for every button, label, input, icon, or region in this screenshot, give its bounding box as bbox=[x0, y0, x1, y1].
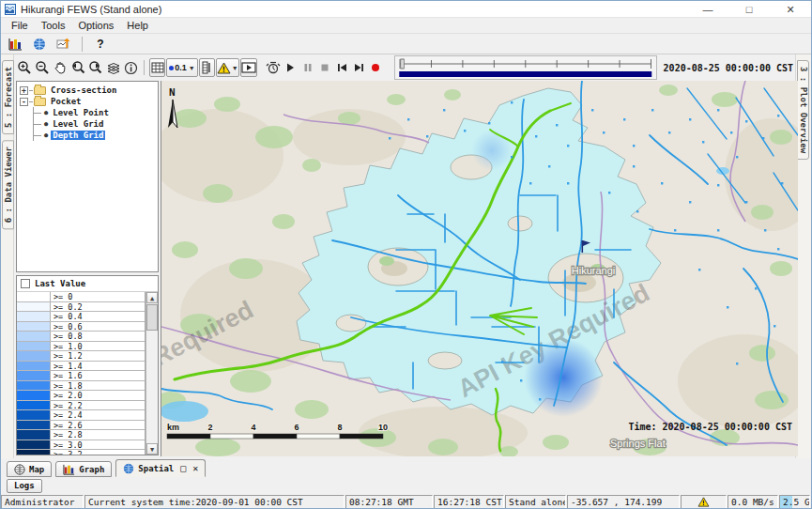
legend-row[interactable]: >= 1.0 bbox=[17, 342, 145, 352]
legend-row[interactable]: >= 2.2 bbox=[17, 401, 145, 411]
tab-maximize-icon[interactable]: □ bbox=[180, 463, 186, 473]
title-bar: Hikurangi FEWS (Stand alone) — □ ✕ bbox=[1, 1, 811, 18]
status-coordinates: -35.657 , 174.199 bbox=[567, 495, 680, 509]
tree-expander[interactable]: - bbox=[20, 98, 28, 106]
step-forward-button[interactable] bbox=[351, 58, 367, 77]
classification-button[interactable] bbox=[199, 58, 215, 77]
legend-row[interactable]: >= 3.0 bbox=[17, 440, 145, 451]
zoom-out-button[interactable] bbox=[34, 58, 51, 77]
time-span-bar bbox=[399, 71, 651, 77]
tab-spatial-label: Spatial bbox=[138, 464, 174, 473]
grid-display-button[interactable] bbox=[149, 58, 165, 77]
legend-row-label: >= 0.8 bbox=[51, 332, 85, 341]
stop-button[interactable] bbox=[316, 58, 332, 77]
play-button[interactable] bbox=[283, 58, 299, 77]
legend-swatch bbox=[17, 292, 51, 301]
legend-row[interactable]: >= 0.4 bbox=[17, 312, 145, 322]
tree: +Cross-section-Pocket●Level Point●Level … bbox=[16, 81, 159, 272]
chevron-down-icon: ▼ bbox=[189, 65, 195, 71]
status-warning-cell[interactable] bbox=[681, 495, 727, 509]
layers-button[interactable] bbox=[105, 58, 122, 77]
menu-item-tools[interactable]: Tools bbox=[35, 19, 72, 32]
legend-swatch bbox=[17, 381, 51, 391]
tree-connector bbox=[33, 130, 42, 141]
legend-row[interactable]: >= 1.2 bbox=[17, 351, 145, 362]
tab-graph[interactable]: Graph bbox=[55, 461, 112, 477]
legend-scrollbar[interactable]: ▲ ▼ bbox=[146, 292, 158, 455]
tab-spatial[interactable]: Spatial □ ✕ bbox=[115, 459, 206, 477]
tree-item[interactable]: ●Level Point bbox=[18, 107, 157, 118]
record-button[interactable] bbox=[368, 58, 384, 77]
close-button[interactable]: ✕ bbox=[770, 1, 811, 18]
data-display-button[interactable] bbox=[5, 35, 25, 54]
time-slider[interactable] bbox=[394, 55, 657, 80]
folder-icon bbox=[34, 86, 46, 95]
legend-row[interactable]: >= 0.2 bbox=[17, 302, 145, 313]
zoom-in-button[interactable] bbox=[16, 58, 33, 77]
legend-swatch bbox=[17, 342, 51, 351]
tree-item-label: Cross-section bbox=[49, 85, 118, 95]
tree-item[interactable]: ●Level Grid bbox=[18, 118, 157, 130]
opacity-value: 0.1 bbox=[175, 63, 187, 72]
minimize-button[interactable]: — bbox=[687, 1, 728, 18]
shallow-water-patch bbox=[471, 130, 513, 171]
tree-expander[interactable]: + bbox=[20, 86, 28, 95]
scroll-up-icon[interactable]: ▲ bbox=[146, 292, 158, 303]
animation-settings-button[interactable] bbox=[265, 58, 282, 77]
legend-row[interactable]: >= 0.6 bbox=[17, 322, 145, 332]
logs-button[interactable]: Logs bbox=[7, 479, 42, 493]
legend-row[interactable]: >= 0.8 bbox=[17, 332, 145, 342]
legend-row[interactable]: >= 2.6 bbox=[17, 421, 145, 431]
spatial-display-button[interactable] bbox=[29, 35, 50, 54]
timeseries-dialog-button[interactable] bbox=[54, 35, 74, 54]
bottom-tab-bar: Map Graph Spatial □ ✕ bbox=[1, 458, 811, 477]
tab-graph-label: Graph bbox=[79, 465, 104, 474]
scroll-down-icon[interactable]: ▼ bbox=[146, 443, 158, 455]
legend-row[interactable]: >= 0 bbox=[17, 292, 145, 302]
place-label-hikurangi: Hikurangi bbox=[572, 265, 615, 276]
menu-item-help[interactable]: Help bbox=[120, 19, 155, 32]
menu-bar: FileToolsOptionsHelp bbox=[1, 18, 811, 34]
warning-levels-dropdown[interactable]: ▼ bbox=[216, 58, 239, 77]
menu-item-file[interactable]: File bbox=[5, 19, 35, 32]
toolbar-separator bbox=[82, 37, 83, 52]
legend-row[interactable]: >= 1.6 bbox=[17, 371, 145, 381]
main-area: +Cross-section-Pocket●Level Point●Level … bbox=[14, 81, 797, 456]
status-memory: 2.5 GB bbox=[779, 495, 810, 509]
logs-row: Logs bbox=[1, 477, 811, 494]
legend-row[interactable]: >= 2.4 bbox=[17, 410, 145, 421]
last-value-checkbox[interactable] bbox=[21, 279, 30, 288]
tab-plot-overview[interactable]: 3 : Plot Overview bbox=[797, 60, 809, 160]
scrollbar-thumb[interactable] bbox=[146, 304, 158, 331]
status-mode: Stand alone bbox=[505, 495, 566, 509]
pause-button[interactable] bbox=[299, 58, 315, 77]
tab-data-viewer[interactable]: 6 : Data Viewer bbox=[2, 140, 14, 229]
zoom-previous-button[interactable] bbox=[69, 58, 86, 77]
tree-item[interactable]: +Cross-section bbox=[18, 85, 157, 96]
legend-row[interactable]: >= 2.8 bbox=[17, 430, 145, 440]
tree-item[interactable]: ●Depth Grid bbox=[18, 130, 157, 141]
legend-swatch bbox=[17, 440, 51, 450]
legend-row[interactable]: >= 3.2 bbox=[17, 450, 145, 455]
map-canvas[interactable]: API Key Required API Key Required bbox=[161, 81, 797, 456]
info-button[interactable] bbox=[123, 58, 139, 77]
tree-item[interactable]: -Pocket bbox=[18, 96, 157, 107]
tab-forecast[interactable]: 5 : Forecast bbox=[2, 60, 14, 134]
step-back-button[interactable] bbox=[333, 58, 349, 77]
help-button[interactable]: ? bbox=[90, 35, 111, 54]
tab-close-icon[interactable]: ✕ bbox=[192, 463, 198, 473]
legend-row[interactable]: >= 1.8 bbox=[17, 381, 145, 392]
time-slider-thumb[interactable] bbox=[401, 59, 405, 69]
legend-swatch bbox=[17, 450, 51, 455]
grid-opacity-dropdown[interactable]: 0.1 ▼ bbox=[166, 58, 197, 77]
legend-rows: >= 0>= 0.2>= 0.4>= 0.6>= 0.8>= 1.0>= 1.2… bbox=[17, 292, 146, 455]
pan-button[interactable] bbox=[52, 58, 69, 77]
scale-bar-segments bbox=[167, 434, 383, 439]
animation-window-button[interactable] bbox=[240, 58, 257, 77]
menu-item-options[interactable]: Options bbox=[71, 19, 120, 32]
maximize-button[interactable]: □ bbox=[728, 1, 770, 18]
legend-row[interactable]: >= 2.0 bbox=[17, 391, 145, 401]
tab-map[interactable]: Map bbox=[7, 461, 52, 477]
legend-row[interactable]: >= 1.4 bbox=[17, 362, 145, 372]
zoom-next-button[interactable] bbox=[87, 58, 104, 77]
